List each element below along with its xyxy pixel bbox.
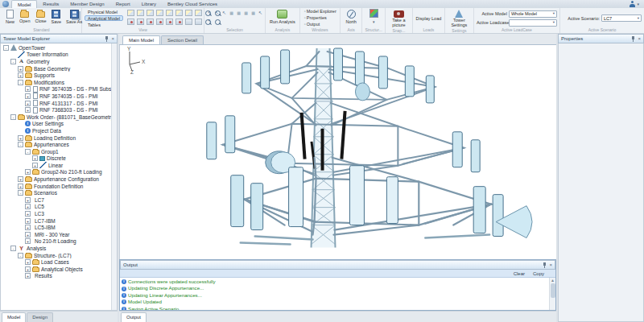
view-fit-icon[interactable] <box>195 19 202 25</box>
tree-expander[interactable] <box>25 225 31 230</box>
close-icon[interactable]: × <box>111 36 114 42</box>
tree-expander[interactable] <box>18 135 23 141</box>
tree-expander[interactable] <box>18 121 23 126</box>
view-rotate-icon[interactable] <box>137 19 144 25</box>
tree-item[interactable]: RNF 3674035 - DS - PMI <box>1 93 111 100</box>
view-rotate-icon[interactable] <box>127 19 134 25</box>
document-tab[interactable]: Main Model <box>122 35 160 44</box>
pin-icon[interactable] <box>543 262 547 268</box>
tree-expander[interactable] <box>18 142 23 147</box>
select-window-icon[interactable] <box>229 10 234 16</box>
tree-expander[interactable] <box>25 211 31 217</box>
tree-item[interactable]: RNF 3674035 - DS - PMI Subs Only <box>1 86 111 93</box>
tree-item[interactable]: RNF 4131317 - DS - PMI <box>1 100 111 107</box>
tree-item[interactable]: Scenarios <box>1 189 111 196</box>
clear-button[interactable]: Clear <box>514 271 525 276</box>
tree-item[interactable]: Results <box>1 273 111 280</box>
close-icon[interactable]: × <box>549 262 552 268</box>
active-scenario-select[interactable]: LC7 ▾ <box>601 14 642 22</box>
tree-expander[interactable] <box>32 155 38 161</box>
tree-item[interactable]: Load Cases <box>1 258 111 266</box>
model-view-toggle[interactable]: Tables <box>85 22 123 27</box>
tree-expander[interactable] <box>10 114 16 120</box>
output-bottom-tab[interactable]: Output <box>121 312 147 322</box>
tree-expander[interactable] <box>25 93 31 99</box>
explorer-bottom-tab[interactable]: Model <box>2 312 26 322</box>
view-rotate-icon[interactable] <box>156 19 163 25</box>
view-pan-icon[interactable] <box>185 19 192 25</box>
tree-expander[interactable] <box>3 45 9 51</box>
tree-scrollbar[interactable] <box>111 43 117 310</box>
tree-item[interactable]: Foundation Definition <box>1 183 111 190</box>
tree-expander[interactable] <box>25 101 31 106</box>
select-pointer-icon[interactable] <box>207 10 213 16</box>
ribbon-tab[interactable]: Bentley Cloud Services <box>162 0 223 8</box>
tree-expander[interactable] <box>10 52 16 57</box>
tree-expander[interactable] <box>18 176 23 182</box>
tree-expander[interactable] <box>18 80 23 85</box>
tree-item[interactable]: Group2-No 210-ft Loading <box>1 169 111 176</box>
north-button[interactable]: North <box>344 9 357 25</box>
tree-item[interactable]: Supports <box>1 72 111 79</box>
view-cube-icon[interactable] <box>156 10 163 16</box>
select-window-icon[interactable] <box>250 10 256 16</box>
tree-expander[interactable] <box>25 273 31 279</box>
view-cube-icon[interactable] <box>185 10 192 16</box>
tree-item[interactable]: RNF 7368303 - DS - PMI <box>1 106 111 114</box>
ribbon-tab[interactable]: Model <box>11 0 37 8</box>
tree-item[interactable]: User Settings <box>1 121 111 128</box>
tree-item[interactable]: Discrete <box>1 155 111 163</box>
tree-item[interactable]: Linear <box>1 162 111 169</box>
view-cube-icon[interactable] <box>127 10 134 16</box>
view-cube-icon[interactable] <box>175 10 183 16</box>
display-load-button[interactable]: Display Load <box>415 15 444 22</box>
standard-button[interactable]: Save As <box>64 9 84 25</box>
tree-expander[interactable] <box>18 128 23 134</box>
model-view-toggle[interactable]: Physical Model <box>85 9 123 14</box>
tree-expander[interactable] <box>18 66 23 72</box>
view-rotate-icon[interactable] <box>147 19 154 25</box>
tree-expander[interactable] <box>25 149 31 155</box>
pin-icon[interactable] <box>105 36 109 42</box>
select-pointer-icon[interactable] <box>221 10 227 16</box>
ribbon-tab[interactable]: Results <box>37 0 64 8</box>
tree-item[interactable]: Tower Information <box>1 52 111 59</box>
view-cube-icon[interactable] <box>137 10 144 16</box>
tree-expander[interactable] <box>25 266 31 272</box>
view-rotate-icon[interactable] <box>175 19 183 25</box>
tree-expander[interactable] <box>10 246 16 251</box>
tree-item[interactable]: Work Order- (881071_BaseGeometry) <box>1 114 111 121</box>
tree-item[interactable]: Appurtenance Configuration <box>1 175 111 183</box>
close-icon[interactable]: × <box>638 36 641 42</box>
tree-expander[interactable] <box>18 253 23 258</box>
zoom-extents-icon[interactable] <box>214 19 221 25</box>
take-picture-button[interactable]: Take a picture <box>386 9 411 28</box>
windows-menu-item[interactable]: Output <box>303 22 337 27</box>
standard-button[interactable]: Open <box>18 9 31 24</box>
tree-item[interactable]: Geometry <box>1 58 111 65</box>
tree-expander[interactable] <box>25 169 31 175</box>
tower-settings-button[interactable]: Tower Settings <box>445 9 473 28</box>
tree-expander[interactable] <box>18 184 23 189</box>
tree-item[interactable]: LC5 <box>1 204 111 211</box>
view-rotate-icon[interactable] <box>166 19 173 25</box>
tree-expander[interactable] <box>25 218 31 224</box>
select-window-icon[interactable] <box>236 10 242 16</box>
tree-expander[interactable] <box>25 107 31 113</box>
tree-item[interactable]: Project Data <box>1 127 111 134</box>
tree-item[interactable]: LC7-IBM <box>1 217 111 225</box>
document-tab[interactable]: Section Detail <box>161 35 204 44</box>
pin-icon[interactable] <box>631 36 635 42</box>
tree-expander[interactable] <box>25 204 31 209</box>
tree-expander[interactable] <box>25 232 31 237</box>
tree-expander[interactable] <box>25 238 31 244</box>
select-window-icon[interactable] <box>243 10 249 16</box>
tree-item[interactable]: LC3 <box>1 210 111 217</box>
chevron-down-icon[interactable]: ▾ <box>373 19 375 24</box>
application-menu-button[interactable] <box>0 0 11 8</box>
view-cube-icon[interactable] <box>147 10 154 16</box>
view-cube-icon[interactable] <box>195 10 202 16</box>
scroll-up-icon[interactable]: ▲ <box>551 278 555 283</box>
tree-item[interactable]: Group1 <box>1 148 111 155</box>
model-view-toggle[interactable]: Analytical Model <box>85 15 123 21</box>
